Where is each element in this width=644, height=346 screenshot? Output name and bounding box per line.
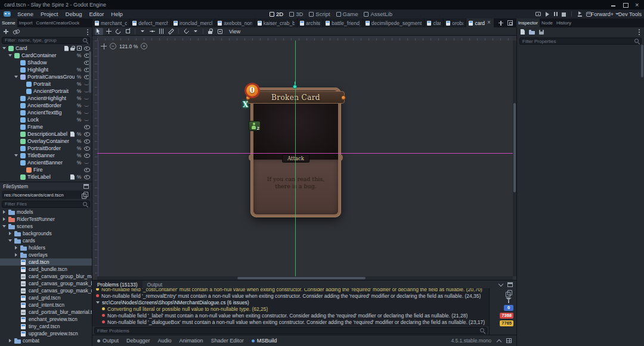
collapse-icon[interactable] [2, 225, 6, 229]
group-icon[interactable] [77, 46, 82, 51]
pivot-tool-button[interactable] [148, 28, 156, 35]
file-row[interactable]: card_grid.tscn [0, 294, 92, 301]
2d-viewport-canvas[interactable]: Broken Card 0 X 2 Attack If you can read… [97, 40, 513, 276]
scene-tab[interactable]: defect_merchant [130, 18, 171, 27]
collapse-icon[interactable] [96, 301, 100, 306]
scene-tab[interactable]: decimilipede_segment_front [363, 18, 425, 27]
expand-icon[interactable] [15, 246, 19, 250]
script-icon[interactable] [70, 132, 75, 137]
smart-snap-button[interactable] [182, 28, 190, 35]
scene-tree-node[interactable]: Fire [0, 166, 92, 173]
copy-problems-icon[interactable] [506, 290, 512, 296]
scene-tab[interactable]: architect [298, 18, 323, 27]
bottom-tab-msbuild[interactable]: MSBuild [252, 338, 277, 344]
scene-tree-node[interactable]: AncientTextBg [0, 109, 92, 116]
file-row[interactable]: overlays [0, 251, 92, 258]
pan-tool-button[interactable] [157, 28, 166, 35]
scene-tab[interactable]: battle_friend_v2 [323, 18, 363, 27]
horizontal-guide[interactable] [97, 153, 513, 154]
center-view-icon[interactable] [101, 43, 107, 49]
maximize-button[interactable] [623, 2, 628, 8]
warning-count-badge[interactable]: 7765 [500, 320, 513, 326]
scene-tab[interactable]: card [466, 18, 494, 27]
unique-name-icon[interactable] [76, 88, 82, 94]
unique-name-icon[interactable] [76, 138, 82, 144]
tab-contentcreatordock[interactable]: ContentCreatorDock [34, 18, 81, 27]
new-resource-icon[interactable] [521, 29, 525, 35]
scene-tree-node[interactable]: AncientBanner [0, 159, 92, 166]
collapse-panel-icon[interactable] [498, 282, 503, 287]
scene-tree-node[interactable]: Card [0, 45, 92, 52]
unique-name-icon[interactable] [76, 67, 82, 73]
tab-node[interactable]: Node [540, 18, 555, 27]
menu-scene[interactable]: Scene [14, 11, 37, 17]
ruler-tool-button[interactable] [167, 28, 175, 35]
visibility-off-icon[interactable] [83, 160, 90, 166]
scene-tree-node[interactable]: CardContainer [0, 52, 92, 59]
bottom-tab-shader-editor[interactable]: Shader Editor [211, 338, 244, 344]
file-row[interactable]: tiny_card.tscn [0, 323, 92, 330]
expand-icon[interactable] [15, 253, 19, 257]
scene-tree-node[interactable]: TypeBanner [0, 180, 92, 182]
unique-name-icon[interactable] [76, 110, 82, 116]
unique-name-icon[interactable] [76, 131, 82, 137]
menu-project[interactable]: Project [37, 11, 62, 17]
menu-debug[interactable]: Debug [62, 11, 86, 17]
unique-name-icon[interactable] [76, 145, 82, 151]
inspector-filter-input[interactable] [519, 38, 642, 45]
scene-tree-node[interactable]: AncientHighlight [0, 95, 92, 102]
file-row[interactable]: RiderTestRunner [0, 216, 92, 223]
file-row[interactable]: upgrade_preview.tscn [0, 330, 92, 337]
scene-tab[interactable]: axebots_normal [215, 18, 255, 27]
tab-inspector[interactable]: Inspector [516, 18, 540, 27]
scene-tree-node[interactable]: TitleLabel [0, 173, 92, 180]
unique-name-icon[interactable] [76, 174, 82, 180]
output-tab[interactable]: Output [143, 280, 168, 288]
list-select-button[interactable] [138, 28, 147, 35]
minimize-button[interactable] [611, 2, 616, 8]
unique-name-icon[interactable] [76, 152, 82, 158]
unique-name-icon[interactable] [76, 160, 82, 166]
file-row[interactable]: card_portrait_blur_material.tres [0, 308, 92, 316]
zoom-level[interactable]: 121.0 % [119, 43, 138, 49]
save-resource-icon[interactable] [539, 30, 544, 35]
visibility-off-icon[interactable] [83, 103, 90, 108]
script-icon[interactable] [64, 46, 69, 51]
dev-tools-button[interactable]: Dev Tools [618, 10, 642, 18]
menu-editor[interactable]: Editor [86, 11, 108, 17]
filter-severity-icon[interactable] [506, 298, 512, 303]
visibility-on-icon[interactable] [83, 182, 90, 182]
unique-name-icon[interactable] [76, 181, 82, 182]
scale-tool-button[interactable] [123, 28, 132, 35]
collapse-icon[interactable] [2, 47, 6, 51]
move-tool-button[interactable] [104, 28, 113, 35]
collapse-icon[interactable] [14, 154, 18, 158]
visibility-on-icon[interactable] [83, 167, 90, 173]
inspector-options-icon[interactable] [638, 29, 640, 35]
collapse-icon[interactable] [8, 54, 12, 58]
file-row[interactable]: models [0, 208, 92, 216]
renderer-dropdown[interactable]: Forward+ [591, 10, 619, 18]
scene-tree-node[interactable]: Highlight [0, 66, 92, 73]
scene-tree-node[interactable]: Shadow [0, 59, 92, 66]
file-row[interactable]: card_bundle.tscn [0, 266, 92, 273]
remote-debug-icon[interactable] [535, 12, 541, 16]
scene-tree-node[interactable]: PortraitCanvasGroup [0, 73, 92, 80]
zoom-out-button[interactable] [110, 43, 116, 49]
scene-tab[interactable]: orobas [444, 18, 466, 27]
collapse-icon[interactable] [14, 76, 18, 80]
expand-bottom-panel-icon[interactable] [496, 338, 501, 343]
expand-icon[interactable] [9, 339, 13, 342]
scene-tree-node[interactable]: Frame [0, 123, 92, 130]
file-row[interactable]: holders [0, 244, 92, 251]
scene-filter-input[interactable] [2, 37, 90, 44]
node-pivot-marker[interactable] [293, 85, 297, 89]
bottom-tab-debugger[interactable]: Debugger [126, 338, 150, 344]
scene-tree-node[interactable]: AncientBorder [0, 102, 92, 109]
file-row[interactable]: backgrounds [0, 230, 92, 237]
expand-icon[interactable] [3, 217, 7, 221]
problem-row[interactable]: Non-nullable field '_costContainer' must… [94, 288, 489, 292]
select-tool-button[interactable] [95, 28, 103, 35]
problem-row[interactable]: src\Core\Nodes\Screens\Shops\NMerchantDi… [94, 299, 489, 306]
editor-layout-icon[interactable] [506, 338, 512, 343]
